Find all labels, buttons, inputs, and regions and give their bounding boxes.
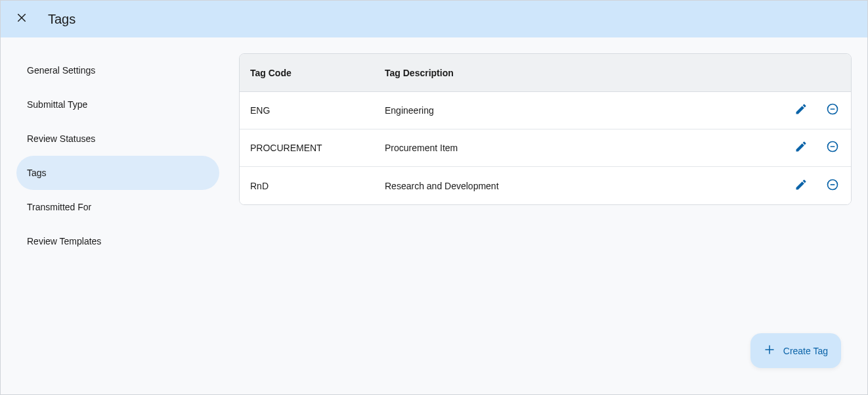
create-tag-button[interactable]: Create Tag (750, 333, 841, 368)
column-header-description: Tag Description (385, 68, 775, 78)
pencil-icon (794, 178, 808, 194)
minus-circle-icon (826, 103, 839, 118)
sidebar-item-tags[interactable]: Tags (16, 156, 219, 190)
minus-circle-icon (826, 140, 839, 156)
sidebar: General Settings Submittal Type Review S… (1, 37, 227, 394)
pencil-icon (794, 103, 808, 118)
cell-code: RnD (250, 181, 385, 191)
body: General Settings Submittal Type Review S… (1, 37, 867, 394)
sidebar-item-submittal-type[interactable]: Submittal Type (16, 87, 219, 122)
pencil-icon (794, 140, 808, 156)
close-button[interactable] (14, 11, 30, 27)
sidebar-item-review-templates[interactable]: Review Templates (16, 224, 219, 258)
close-icon (16, 12, 28, 26)
cell-code: ENG (250, 105, 385, 116)
sidebar-item-label: Submittal Type (27, 99, 87, 110)
sidebar-item-label: General Settings (27, 65, 95, 76)
cell-actions (775, 140, 840, 156)
create-tag-label: Create Tag (783, 346, 828, 356)
header: Tags (1, 1, 867, 37)
table-row: PROCUREMENT Procurement Item (240, 129, 851, 167)
column-header-code: Tag Code (250, 68, 385, 78)
sidebar-item-label: Review Templates (27, 236, 101, 246)
remove-button[interactable] (825, 140, 840, 156)
remove-button[interactable] (825, 103, 840, 118)
cell-actions (775, 178, 840, 194)
sidebar-item-general-settings[interactable]: General Settings (16, 53, 219, 87)
edit-button[interactable] (793, 140, 809, 156)
cell-description: Engineering (385, 105, 775, 116)
cell-description: Procurement Item (385, 143, 775, 153)
sidebar-item-label: Transmitted For (27, 202, 91, 212)
edit-button[interactable] (793, 178, 809, 194)
table-row: ENG Engineering (240, 92, 851, 129)
cell-code: PROCUREMENT (250, 143, 385, 153)
table-row: RnD Research and Development (240, 167, 851, 204)
settings-window: Tags General Settings Submittal Type Rev… (0, 0, 868, 395)
sidebar-item-review-statuses[interactable]: Review Statuses (16, 122, 219, 156)
table-header: Tag Code Tag Description (240, 54, 851, 92)
tags-table: Tag Code Tag Description ENG Engineering (239, 53, 852, 205)
sidebar-item-transmitted-for[interactable]: Transmitted For (16, 190, 219, 224)
cell-description: Research and Development (385, 181, 775, 191)
cell-actions (775, 103, 840, 118)
sidebar-item-label: Tags (27, 168, 47, 178)
remove-button[interactable] (825, 178, 840, 194)
plus-icon (764, 344, 775, 358)
sidebar-item-label: Review Statuses (27, 133, 95, 144)
minus-circle-icon (826, 178, 839, 194)
page-title: Tags (48, 12, 76, 27)
edit-button[interactable] (793, 103, 809, 118)
